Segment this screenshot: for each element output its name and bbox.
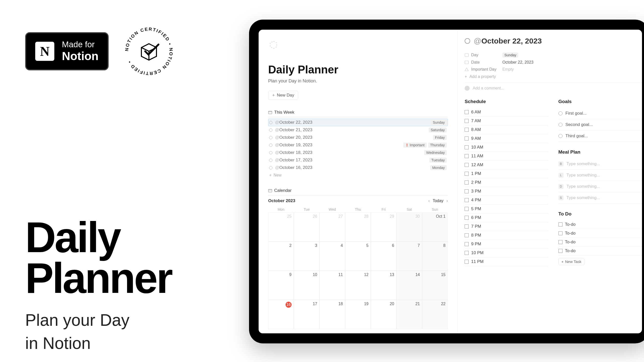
checkbox-icon[interactable]	[465, 198, 469, 202]
detail-title[interactable]: @October 22, 2023	[474, 37, 542, 45]
add-property-button[interactable]: + Add a property	[465, 73, 642, 82]
calendar-cell[interactable]: 6	[371, 242, 396, 271]
week-row[interactable]: @October 21, 2023 Saturday	[268, 126, 448, 134]
schedule-row[interactable]: 1 PM	[465, 169, 548, 178]
calendar-cell[interactable]: 15	[422, 271, 448, 300]
checkbox-icon[interactable]	[465, 224, 469, 229]
checkbox-icon[interactable]	[465, 233, 469, 237]
calendar-prev-icon[interactable]: ‹	[428, 199, 430, 203]
checkbox-icon[interactable]	[465, 154, 469, 158]
radio-icon[interactable]	[558, 134, 562, 138]
new-day-button[interactable]: + New Day	[268, 91, 298, 100]
schedule-row[interactable]: 5 PM	[465, 205, 548, 213]
prop-day[interactable]: Day Sunday	[465, 51, 642, 59]
calendar-cell[interactable]: 3	[294, 242, 319, 271]
calendar-cell[interactable]: 19	[345, 300, 371, 329]
schedule-row[interactable]: 4 PM	[465, 196, 548, 205]
checkbox-icon[interactable]	[465, 180, 469, 185]
meal-row[interactable]: SType something...	[558, 192, 642, 204]
schedule-row[interactable]: 10 AM	[465, 143, 548, 152]
calendar-cell[interactable]: 2	[268, 242, 294, 271]
schedule-row[interactable]: 7 AM	[465, 117, 548, 125]
meal-row[interactable]: DType something...	[558, 181, 642, 192]
calendar-cell[interactable]: 20	[371, 300, 396, 329]
add-comment[interactable]: Add a comment...	[465, 82, 642, 94]
calendar-cell[interactable]: 26	[294, 212, 319, 242]
checkbox-icon[interactable]	[465, 163, 469, 167]
meal-row[interactable]: BType something...	[558, 158, 642, 170]
radio-icon[interactable]	[558, 111, 562, 115]
goal-row[interactable]: First goal...	[558, 108, 642, 119]
schedule-row[interactable]: 11 AM	[465, 152, 548, 161]
todo-row[interactable]: To-do	[558, 220, 642, 229]
calendar-cell[interactable]: 18	[319, 300, 345, 329]
checkbox-icon[interactable]	[558, 249, 562, 253]
calendar-next-icon[interactable]: ›	[447, 199, 448, 203]
schedule-row[interactable]: 12 AM	[465, 161, 548, 169]
schedule-row[interactable]: 10 PM	[465, 249, 548, 257]
checkbox-icon[interactable]	[465, 137, 469, 141]
schedule-row[interactable]: 6 AM	[465, 108, 548, 117]
checkbox-icon[interactable]	[465, 110, 469, 114]
schedule-row[interactable]: 3 PM	[465, 187, 548, 196]
radio-icon[interactable]	[558, 123, 562, 127]
calendar-cell[interactable]: 16	[268, 300, 294, 329]
calendar-cell[interactable]: 14	[396, 271, 422, 300]
week-row[interactable]: @October 16, 2023 Monday	[268, 164, 448, 171]
week-row[interactable]: @October 22, 2023 Sunday	[268, 119, 448, 126]
calendar-cell[interactable]: 5	[345, 242, 371, 271]
calendar-cell[interactable]: 8	[422, 242, 448, 271]
schedule-row[interactable]: 9 AM	[465, 134, 548, 143]
checkbox-icon[interactable]	[558, 240, 562, 244]
prop-date[interactable]: Date October 22, 2023	[465, 59, 642, 66]
checkbox-icon[interactable]	[465, 260, 469, 264]
schedule-row[interactable]: 6 PM	[465, 213, 548, 222]
calendar-cell[interactable]: 11	[319, 271, 345, 300]
calendar-cell[interactable]: 30	[396, 212, 422, 242]
calendar-header[interactable]: Calendar	[268, 188, 448, 195]
week-row[interactable]: @October 20, 2023 Friday	[268, 134, 448, 141]
calendar-today-button[interactable]: Today	[433, 199, 444, 203]
calendar-cell[interactable]: 12	[345, 271, 371, 300]
goal-row[interactable]: Second goal...	[558, 119, 642, 130]
calendar-cell[interactable]: 28	[345, 212, 371, 242]
add-new-button[interactable]: +New	[268, 171, 448, 179]
this-week-header[interactable]: This Week	[268, 110, 448, 117]
calendar-cell[interactable]: 21	[396, 300, 422, 329]
checkbox-icon[interactable]	[465, 189, 469, 193]
calendar-cell[interactable]: 4	[319, 242, 345, 271]
calendar-cell[interactable]: 22	[422, 300, 448, 329]
schedule-row[interactable]: 11 PM	[465, 257, 548, 266]
calendar-cell[interactable]: 7	[396, 242, 422, 271]
checkbox-icon[interactable]	[558, 222, 562, 227]
checkbox-icon[interactable]	[465, 251, 469, 255]
schedule-row[interactable]: 2 PM	[465, 178, 548, 187]
prop-important[interactable]: Important Day Empty	[465, 66, 642, 73]
detail-status-icon[interactable]	[465, 38, 470, 44]
checkbox-icon[interactable]	[465, 207, 469, 211]
schedule-row[interactable]: 8 AM	[465, 125, 548, 134]
schedule-row[interactable]: 7 PM	[465, 222, 548, 231]
checkbox-icon[interactable]	[465, 216, 469, 220]
calendar-cell[interactable]: 27	[319, 212, 345, 242]
week-row[interactable]: @October 18, 2023 Wednesday	[268, 149, 448, 156]
checkbox-icon[interactable]	[558, 231, 562, 235]
calendar-cell[interactable]: 10	[294, 271, 319, 300]
calendar-cell[interactable]: 25	[268, 212, 294, 242]
checkbox-icon[interactable]	[465, 242, 469, 246]
calendar-cell[interactable]: 29	[371, 212, 396, 242]
week-row[interactable]: @October 17, 2023 Tuesday	[268, 156, 448, 164]
todo-row[interactable]: To-do	[558, 238, 642, 247]
schedule-row[interactable]: 8 PM	[465, 231, 548, 240]
meal-row[interactable]: LType something...	[558, 170, 642, 181]
checkbox-icon[interactable]	[465, 128, 469, 132]
calendar-cell[interactable]: 9	[268, 271, 294, 300]
week-row[interactable]: @October 19, 2023 Important Thursday	[268, 141, 448, 149]
calendar-cell[interactable]: Oct 1	[422, 212, 448, 242]
todo-row[interactable]: To-do	[558, 229, 642, 238]
checkbox-icon[interactable]	[465, 119, 469, 123]
new-task-button[interactable]: + New Task	[558, 258, 585, 265]
calendar-cell[interactable]: 17	[294, 300, 319, 329]
todo-row[interactable]: To-do	[558, 247, 642, 255]
checkbox-icon[interactable]	[465, 172, 469, 176]
